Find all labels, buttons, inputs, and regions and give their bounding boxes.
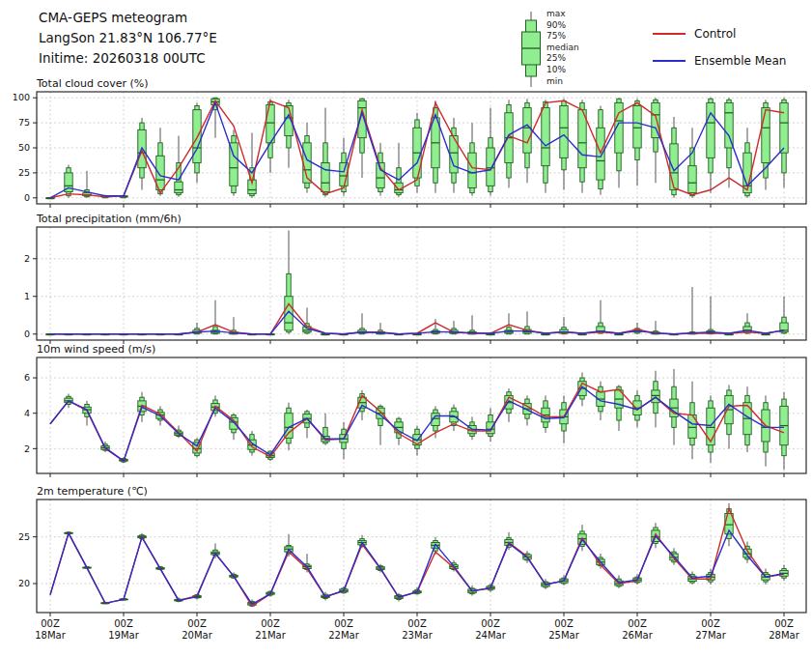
- panel-wind-speed-10m: 24610m wind speed (m/s): [24, 343, 806, 477]
- panel-temperature-2m: 20252m temperature (℃): [18, 485, 806, 616]
- panel-total-cloud-cover: 0255075100Total cloud cover (%): [13, 77, 806, 208]
- ytick-label: 50: [18, 142, 30, 153]
- ytick-label: 20: [18, 578, 30, 588]
- panel-title-wind-speed-10m: 10m wind speed (m/s): [37, 343, 155, 356]
- ytick-label: 0: [24, 328, 30, 339]
- xtick-date: 26Mar: [622, 630, 653, 641]
- xtick-hour: 00Z: [628, 618, 647, 629]
- xtick-date: 18Mar: [35, 630, 66, 641]
- xtick-hour: 00Z: [701, 618, 720, 629]
- panel-total-precipitation: 012Total precipitation (mm/6h): [24, 213, 806, 344]
- xtick-hour: 00Z: [774, 618, 794, 629]
- meteogram-panels: 0255075100Total cloud cover (%)012Total …: [0, 0, 812, 657]
- panel-title-temperature-2m: 2m temperature (℃): [37, 485, 148, 498]
- xtick-date: 20Mar: [182, 630, 212, 641]
- ytick-label: 75: [18, 117, 30, 128]
- xtick-date: 22Mar: [328, 630, 359, 641]
- xtick-hour: 00Z: [407, 618, 427, 629]
- xtick-hour: 00Z: [187, 618, 207, 629]
- xtick-hour: 00Z: [481, 618, 500, 629]
- xtick-date: 23Mar: [402, 630, 433, 641]
- x-axis-labels: 00Z18Mar00Z19Mar00Z20Mar00Z21Mar00Z22Mar…: [35, 618, 799, 641]
- panel-title-total-precipitation: Total precipitation (mm/6h): [36, 213, 182, 225]
- ytick-label: 2: [24, 443, 30, 454]
- xtick-hour: 00Z: [114, 618, 133, 629]
- xtick-date: 19Mar: [108, 630, 139, 641]
- ytick-label: 6: [24, 372, 30, 383]
- xtick-hour: 00Z: [334, 618, 353, 629]
- meteogram-page: CMA-GEPS meteogram LangSon 21.83°N 106.7…: [0, 0, 812, 657]
- xtick-date: 27Mar: [695, 630, 726, 641]
- ytick-label: 4: [24, 408, 30, 418]
- ytick-label: 25: [18, 167, 30, 178]
- panel-title-total-cloud-cover: Total cloud cover (%): [36, 77, 149, 90]
- xtick-hour: 00Z: [261, 618, 280, 629]
- xtick-date: 24Mar: [475, 630, 506, 641]
- ytick-label: 25: [18, 531, 30, 542]
- xtick-date: 25Mar: [548, 630, 579, 641]
- ytick-label: 0: [24, 192, 30, 203]
- ytick-label: 1: [24, 291, 30, 301]
- xtick-date: 28Mar: [769, 630, 799, 641]
- xtick-date: 21Mar: [255, 630, 286, 641]
- meteogram-chart-svg: 0255075100Total cloud cover (%)012Total …: [0, 0, 812, 657]
- xtick-hour: 00Z: [41, 618, 60, 629]
- xtick-hour: 00Z: [554, 618, 574, 629]
- ytick-label: 2: [24, 253, 30, 264]
- ytick-label: 100: [13, 92, 30, 102]
